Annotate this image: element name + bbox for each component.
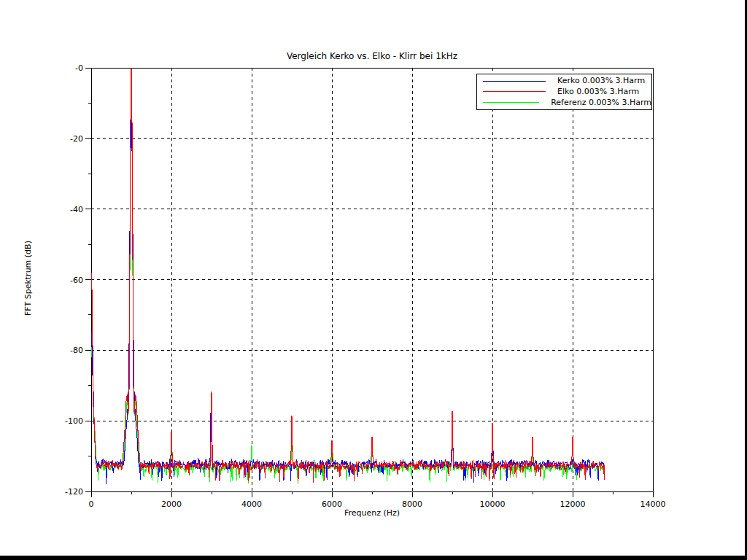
series-line-referenz bbox=[91, 69, 605, 484]
legend: Kerko 0.003% 3.HarmElko 0.003% 3.HarmRef… bbox=[476, 74, 652, 110]
legend-line-swatch bbox=[483, 102, 539, 103]
legend-line-swatch bbox=[483, 91, 546, 92]
x-axis-label: Frequenz (Hz) bbox=[91, 508, 653, 518]
legend-entry: Referenz 0.003% 3.Harm bbox=[477, 98, 651, 108]
y-tick-label: -80 bbox=[70, 346, 83, 355]
legend-entry: Kerko 0.003% 3.Harm bbox=[477, 76, 651, 86]
series-line-kerko bbox=[91, 69, 605, 484]
y-tick-label: -0 bbox=[75, 63, 83, 73]
screen-edge-bottom bbox=[0, 556, 747, 560]
y-tick-label: -100 bbox=[65, 416, 83, 426]
legend-label: Elko 0.003% 3.Harm bbox=[557, 87, 639, 97]
legend-label: Referenz 0.003% 3.Harm bbox=[551, 98, 651, 108]
legend-label: Kerko 0.003% 3.Harm bbox=[557, 76, 645, 86]
legend-entry: Elko 0.003% 3.Harm bbox=[477, 87, 651, 97]
y-tick-label: -120 bbox=[65, 487, 83, 497]
y-tick-label: -40 bbox=[70, 205, 83, 214]
plot-window: Vergleich Kerko vs. Elko - Klirr bei 1kH… bbox=[0, 0, 747, 560]
y-tick-label: -20 bbox=[70, 134, 83, 144]
legend-line-swatch bbox=[483, 81, 546, 82]
y-tick-label: -60 bbox=[70, 276, 83, 285]
